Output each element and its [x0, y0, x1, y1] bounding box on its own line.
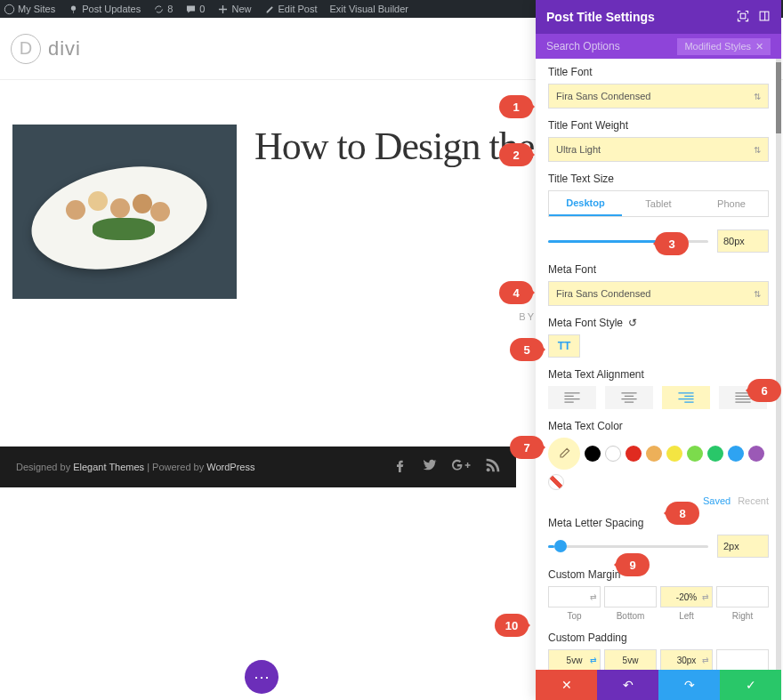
- featured-image: [12, 125, 237, 299]
- wordpress-link[interactable]: WordPress: [206, 462, 254, 472]
- save-button[interactable]: ✓: [720, 670, 781, 700]
- swatch-black[interactable]: [585, 446, 601, 462]
- margin-left-input[interactable]: -20%⇄: [660, 586, 713, 607]
- custom-margin-label: Custom Margin: [548, 568, 769, 581]
- link-icon[interactable]: ⇄: [702, 656, 709, 664]
- search-options[interactable]: Search Options: [546, 40, 620, 52]
- title-font-label: Title Font: [548, 66, 769, 78]
- callout-1: 1: [499, 95, 533, 118]
- swatch-white[interactable]: [605, 446, 621, 462]
- padding-right-input[interactable]: [716, 649, 769, 671]
- undo-button[interactable]: ↶: [597, 670, 658, 700]
- site-logo[interactable]: D divi: [11, 34, 81, 64]
- close-icon[interactable]: ✕: [755, 41, 763, 52]
- svg-rect-5: [760, 12, 769, 20]
- refresh-icon: [153, 4, 165, 15]
- callout-4: 4: [499, 281, 533, 304]
- saved-tab[interactable]: Saved: [703, 495, 731, 506]
- post-updates-link[interactable]: Post Updates: [68, 4, 141, 15]
- site-footer: Designed by Elegant Themes | Powered by …: [0, 447, 516, 487]
- snap-icon[interactable]: [758, 10, 771, 25]
- svg-rect-4: [740, 13, 746, 19]
- svg-point-1: [71, 5, 76, 10]
- align-center-button[interactable]: [605, 386, 653, 409]
- padding-bottom-input[interactable]: 5vw: [604, 649, 657, 671]
- elegant-themes-link[interactable]: Elegant Themes: [73, 462, 144, 472]
- callout-2: 2: [499, 143, 533, 166]
- margin-top-input[interactable]: ⇄: [548, 586, 601, 607]
- panel-footer: ✕ ↶ ↷ ✓: [536, 670, 781, 700]
- swatch-green[interactable]: [707, 446, 723, 462]
- rss-icon[interactable]: [486, 458, 500, 477]
- callout-9: 9: [616, 553, 650, 576]
- comments-count[interactable]: 0: [185, 4, 205, 15]
- swatch-orange[interactable]: [646, 446, 662, 462]
- title-size-input[interactable]: 80px: [717, 229, 769, 253]
- modified-styles-badge[interactable]: Modified Styles✕: [677, 38, 771, 55]
- reset-icon[interactable]: ↺: [628, 317, 637, 329]
- pin-icon: [68, 4, 79, 15]
- swatch-transparent[interactable]: [548, 474, 564, 490]
- builder-fab[interactable]: ⋯: [245, 660, 278, 694]
- align-left-button[interactable]: [548, 386, 596, 409]
- callout-10: 10: [495, 614, 529, 637]
- custom-padding-label: Custom Padding: [548, 632, 769, 644]
- edit-post-link[interactable]: Edit Post: [264, 4, 318, 15]
- title-weight-select[interactable]: Ultra Light: [548, 137, 769, 162]
- meta-style-label: Meta Font Style↺: [548, 317, 769, 329]
- title-size-label: Title Text Size: [548, 173, 769, 185]
- meta-spacing-input[interactable]: 2px: [717, 535, 769, 558]
- callout-7: 7: [510, 436, 544, 459]
- panel-header: Post Title Settings: [536, 0, 781, 34]
- meta-align-label: Meta Text Alignment: [548, 368, 769, 381]
- meta-spacing-slider[interactable]: [548, 545, 708, 548]
- padding-top-input[interactable]: 5vw⇄: [548, 649, 601, 671]
- link-icon[interactable]: ⇄: [702, 592, 709, 601]
- expand-icon[interactable]: [737, 10, 749, 25]
- refresh-count[interactable]: 8: [153, 4, 173, 15]
- tab-tablet[interactable]: Tablet: [622, 191, 695, 216]
- logo-icon: D: [11, 34, 41, 64]
- tab-desktop[interactable]: Desktop: [549, 191, 622, 216]
- cancel-button[interactable]: ✕: [536, 670, 597, 700]
- meta-color-label: Meta Text Color: [548, 420, 769, 432]
- meta-uppercase-button[interactable]: TT: [548, 334, 580, 358]
- callout-3: 3: [655, 232, 689, 255]
- callout-8: 8: [666, 502, 699, 525]
- callout-5: 5: [510, 338, 544, 361]
- redo-button[interactable]: ↷: [658, 670, 720, 700]
- twitter-icon[interactable]: [422, 458, 438, 477]
- meta-font-select[interactable]: Fira Sans Condensed: [548, 281, 769, 306]
- margin-right-input[interactable]: [716, 586, 769, 607]
- tab-phone[interactable]: Phone: [695, 191, 768, 216]
- settings-panel: Post Title Settings Search Options Modif…: [536, 0, 781, 700]
- callout-6: 6: [747, 379, 781, 402]
- meta-font-label: Meta Font: [548, 263, 769, 276]
- google-plus-icon[interactable]: [452, 458, 472, 477]
- color-picker-button[interactable]: [548, 438, 580, 470]
- recent-tab[interactable]: Recent: [738, 495, 769, 506]
- comment-icon: [185, 4, 197, 15]
- title-font-select[interactable]: Fira Sans Condensed: [548, 84, 769, 109]
- margin-bottom-input[interactable]: [604, 586, 657, 607]
- responsive-tabs: Desktop Tablet Phone: [548, 190, 769, 217]
- align-right-button[interactable]: [662, 386, 710, 409]
- facebook-icon[interactable]: [393, 458, 408, 477]
- panel-body: Title Font Fira Sans Condensed Title Fon…: [536, 59, 781, 678]
- my-sites-link[interactable]: My Sites: [4, 4, 55, 15]
- swatch-red[interactable]: [626, 446, 642, 462]
- swatch-lime[interactable]: [687, 446, 703, 462]
- new-link[interactable]: New: [217, 4, 251, 15]
- panel-subheader: Search Options Modified Styles✕: [536, 34, 781, 59]
- title-weight-label: Title Font Weight: [548, 119, 769, 132]
- swatch-purple[interactable]: [748, 446, 764, 462]
- svg-point-0: [4, 4, 13, 13]
- plus-icon: [217, 4, 229, 15]
- link-icon[interactable]: ⇄: [590, 592, 597, 601]
- exit-builder-link[interactable]: Exit Visual Builder: [330, 4, 408, 14]
- svg-point-3: [487, 468, 490, 471]
- swatch-yellow[interactable]: [666, 446, 682, 462]
- padding-left-input[interactable]: 30px⇄: [660, 649, 713, 671]
- swatch-blue[interactable]: [728, 446, 744, 462]
- link-icon[interactable]: ⇄: [590, 656, 597, 664]
